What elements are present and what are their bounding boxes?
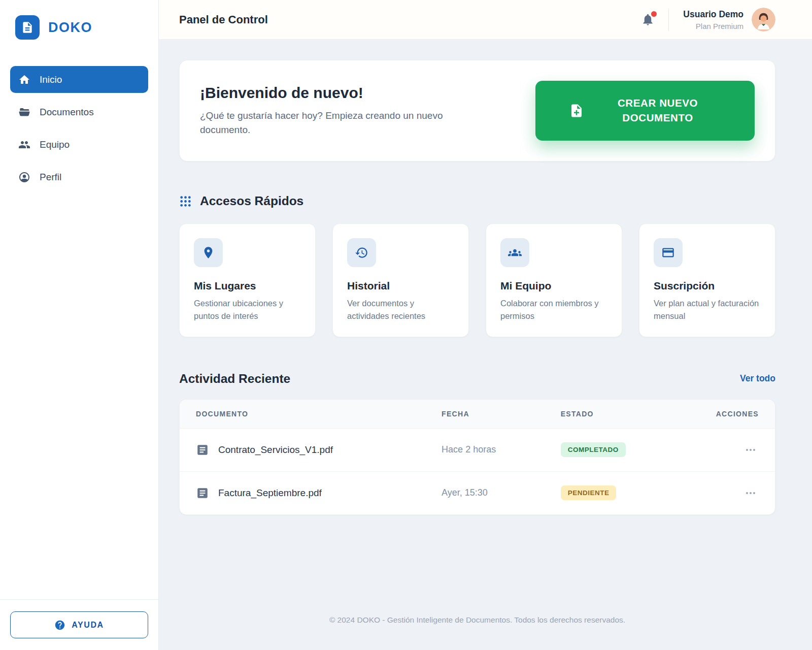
folder-open-icon	[18, 106, 30, 118]
notification-dot	[651, 11, 657, 17]
create-document-button[interactable]: CREAR NUEVO DOCUMENTO	[535, 81, 755, 141]
copyright-text: © 2024 DOKO - Gestión Inteligente de Doc…	[329, 615, 625, 624]
quick-card-description: Ver plan actual y facturación mensual	[654, 297, 761, 322]
column-header-estado: ESTADO	[561, 400, 716, 429]
history-icon	[347, 238, 376, 267]
brand-logo[interactable]: DOKO	[0, 0, 158, 40]
row-more-actions-button[interactable]	[742, 485, 759, 501]
page-footer: © 2024 DOKO - Gestión Inteligente de Doc…	[179, 601, 775, 650]
welcome-subtitle: ¿Qué te gustaría hacer hoy? Empieza crea…	[200, 109, 494, 138]
activity-header: Actividad Reciente Ver todo	[179, 372, 775, 386]
document-file-icon	[196, 486, 209, 500]
user-avatar[interactable]	[752, 8, 775, 31]
create-document-label: CREAR NUEVO DOCUMENTO	[594, 96, 721, 125]
column-header-documento: DOCUMENTO	[180, 400, 442, 429]
quick-card-mi-equipo[interactable]: Mi Equipo Colaborar con miembros y permi…	[486, 223, 622, 337]
credit-card-icon	[654, 238, 683, 267]
header-actions: Usuario Demo Plan Premium	[641, 8, 775, 31]
status-badge: PENDIENTE	[561, 485, 617, 500]
user-menu[interactable]: Usuario Demo Plan Premium	[683, 8, 775, 31]
document-name: Contrato_Servicios_V1.pdf	[218, 444, 333, 456]
user-text: Usuario Demo Plan Premium	[683, 9, 743, 30]
more-dots-icon	[745, 444, 757, 456]
sidebar-item-documentos[interactable]: Documentos	[10, 99, 148, 125]
status-badge: COMPLETADO	[561, 442, 626, 457]
home-icon	[18, 74, 30, 86]
user-plan: Plan Premium	[683, 22, 743, 30]
more-dots-icon	[745, 487, 757, 499]
quick-card-description: Ver documentos y actividades recientes	[347, 297, 454, 322]
quick-access-header: Accesos Rápidos	[179, 194, 775, 208]
place-pin-icon	[194, 238, 223, 267]
document-name: Factura_Septiembre.pdf	[218, 488, 322, 499]
sidebar-item-equipo[interactable]: Equipo	[10, 131, 148, 158]
sidebar-item-perfil[interactable]: Perfil	[10, 164, 148, 190]
help-button-label: AYUDA	[72, 621, 104, 630]
quick-card-title: Suscripción	[654, 280, 761, 292]
sidebar-item-inicio[interactable]: Inicio	[10, 66, 148, 93]
sidebar-nav: Inicio Documentos Equipo Perfil	[0, 66, 158, 190]
user-name: Usuario Demo	[683, 9, 743, 20]
quick-card-title: Historial	[347, 280, 454, 292]
quick-card-description: Gestionar ubicaciones y puntos de interé…	[194, 297, 301, 322]
notifications-bell-icon[interactable]	[641, 13, 655, 26]
activity-title: Actividad Reciente	[179, 372, 290, 386]
table-row: Contrato_Servicios_V1.pdf Hace 2 horas C…	[180, 428, 775, 471]
welcome-text: ¡Bienvenido de nuevo! ¿Qué te gustaría h…	[200, 84, 494, 138]
main-area: Panel de Control Usuario Demo Plan Premi…	[159, 0, 812, 650]
quick-card-mis-lugares[interactable]: Mis Lugares Gestionar ubicaciones y punt…	[179, 223, 316, 337]
document-file-icon	[196, 443, 209, 457]
table-row: Factura_Septiembre.pdf Ayer, 15:30 PENDI…	[180, 471, 775, 514]
sidebar-item-label: Inicio	[40, 74, 62, 85]
table-header-row: DOCUMENTO FECHA ESTADO ACCIONES	[180, 400, 775, 429]
groups-icon	[500, 238, 529, 267]
activity-table-card: DOCUMENTO FECHA ESTADO ACCIONES	[179, 399, 775, 515]
doko-document-logo-icon	[15, 15, 40, 40]
document-cell: Factura_Septiembre.pdf	[180, 486, 442, 500]
quick-card-title: Mi Equipo	[500, 280, 607, 292]
welcome-title: ¡Bienvenido de nuevo!	[200, 84, 494, 102]
view-all-link[interactable]: Ver todo	[740, 373, 775, 384]
grid-dots-icon	[179, 195, 192, 208]
help-circle-icon	[54, 620, 65, 631]
quick-card-description: Colaborar con miembros y permisos	[500, 297, 607, 322]
quick-access-title: Accesos Rápidos	[200, 194, 303, 208]
quick-card-historial[interactable]: Historial Ver documentos y actividades r…	[332, 223, 469, 337]
sidebar-item-label: Equipo	[40, 139, 70, 150]
page-title: Panel de Control	[179, 13, 268, 26]
document-cell: Contrato_Servicios_V1.pdf	[180, 443, 442, 457]
brand-name: DOKO	[48, 20, 92, 36]
document-date: Hace 2 horas	[442, 428, 561, 471]
people-icon	[18, 139, 30, 151]
row-more-actions-button[interactable]	[742, 442, 759, 458]
top-header: Panel de Control Usuario Demo Plan Premi…	[159, 0, 812, 40]
quick-card-suscripcion[interactable]: Suscripción Ver plan actual y facturació…	[639, 223, 775, 337]
help-button[interactable]: AYUDA	[10, 611, 148, 638]
column-header-acciones: ACCIONES	[716, 400, 775, 429]
document-date: Ayer, 15:30	[442, 471, 561, 514]
quick-access-grid: Mis Lugares Gestionar ubicaciones y punt…	[179, 223, 775, 337]
sidebar-footer: AYUDA	[0, 599, 158, 650]
header-divider	[668, 9, 669, 31]
welcome-card: ¡Bienvenido de nuevo! ¿Qué te gustaría h…	[179, 60, 775, 161]
document-add-icon	[569, 103, 584, 118]
column-header-fecha: FECHA	[442, 400, 561, 429]
activity-table: DOCUMENTO FECHA ESTADO ACCIONES	[180, 400, 775, 514]
sidebar-item-label: Documentos	[40, 107, 94, 118]
content: ¡Bienvenido de nuevo! ¿Qué te gustaría h…	[159, 40, 812, 650]
sidebar-item-label: Perfil	[40, 172, 61, 183]
sidebar: DOKO Inicio Documentos Equipo Perfil	[0, 0, 159, 650]
quick-card-title: Mis Lugares	[194, 280, 301, 292]
person-circle-icon	[18, 171, 30, 183]
